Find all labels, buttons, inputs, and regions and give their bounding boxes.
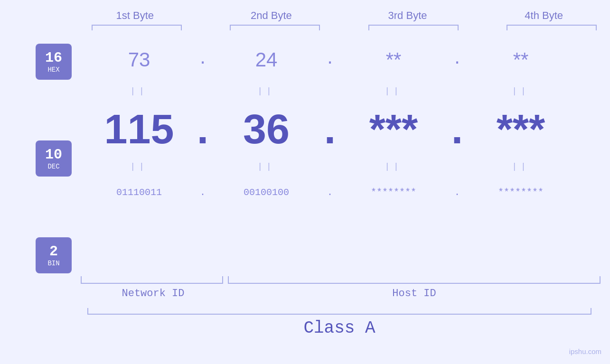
- dot-hex-3: .: [448, 46, 466, 74]
- hex-badge-num: 16: [45, 50, 62, 66]
- dec-b2: 36: [212, 108, 321, 150]
- watermark: ipshu.com: [569, 347, 601, 355]
- eq1-b3: ||: [339, 86, 448, 96]
- badges-column: 16 HEX 10 DEC 2 BIN: [23, 39, 84, 273]
- eq2-b3: ||: [339, 162, 448, 171]
- equals-row-1: || || || ||: [84, 81, 610, 102]
- dot-dec-2: .: [321, 108, 339, 150]
- bin-b1: 01110011: [84, 187, 194, 198]
- network-id-label: Network ID: [78, 288, 228, 299]
- id-labels-row: Network ID Host ID: [78, 288, 601, 299]
- hex-b1: 73: [84, 48, 194, 71]
- bin-badge-num: 2: [49, 244, 58, 260]
- eq1-b2: ||: [212, 86, 321, 96]
- dot-bin-2: .: [321, 187, 339, 198]
- hex-b4: **: [466, 48, 575, 71]
- hex-badge: 16 HEX: [36, 44, 72, 80]
- dec-b3: ***: [339, 108, 448, 150]
- dot-dec-1: .: [194, 108, 212, 150]
- byte1-header: 1st Byte: [80, 9, 189, 22]
- bin-badge-label: BIN: [47, 260, 59, 267]
- main-container: 1st Byte 2nd Byte 3rd Byte 4th Byte 16 H…: [0, 0, 610, 364]
- eq2-b2: ||: [212, 162, 321, 171]
- bin-badge: 2 BIN: [36, 237, 72, 273]
- dot-dec-3: .: [448, 108, 466, 150]
- dec-badge-num: 10: [45, 147, 62, 163]
- dot-bin-1: .: [194, 187, 212, 198]
- class-a-label: Class A: [87, 318, 591, 338]
- eq1-b4: ||: [466, 86, 575, 96]
- eq2-b1: ||: [84, 162, 194, 171]
- hex-badge-label: HEX: [47, 66, 59, 74]
- dec-b1: 115: [84, 108, 194, 150]
- dot-bin-3: .: [448, 187, 466, 198]
- dot-hex-1: .: [194, 46, 212, 74]
- bin-b2: 00100100: [212, 187, 321, 198]
- dec-b4: ***: [466, 108, 575, 150]
- byte4-bracket: [507, 25, 597, 30]
- dec-badge-label: DEC: [47, 163, 59, 170]
- dot-hex-2: .: [321, 46, 339, 74]
- host-id-label: Host ID: [228, 288, 601, 299]
- network-id-bracket: [81, 276, 223, 284]
- bin-b4: ********: [466, 187, 575, 198]
- id-brackets-row: [78, 276, 601, 284]
- byte2-header: 2nd Byte: [216, 9, 326, 22]
- byte3-header: 3rd Byte: [353, 9, 462, 22]
- bin-b3: ********: [339, 187, 448, 198]
- hex-b2: 24: [212, 48, 321, 71]
- byte3-bracket: [368, 25, 459, 30]
- dec-row: 115 . 36 . *** . ***: [84, 102, 610, 156]
- eq1-b1: ||: [84, 86, 194, 96]
- equals-row-2: || || || ||: [84, 156, 610, 177]
- main-data-section: 16 HEX 10 DEC 2 BIN 73 . 24: [0, 39, 610, 273]
- hex-row: 73 . 24 . ** . **: [84, 39, 610, 81]
- class-bracket: [87, 308, 591, 315]
- data-area: 73 . 24 . ** . ** || || || || 115: [84, 39, 610, 273]
- eq2-b4: ||: [466, 162, 575, 171]
- host-id-bracket: [228, 276, 601, 284]
- byte1-bracket: [92, 25, 182, 30]
- hex-b3: **: [339, 48, 448, 71]
- dec-badge: 10 DEC: [36, 140, 72, 177]
- byte2-bracket: [230, 25, 320, 30]
- bin-row: 01110011 . 00100100 . ******** . *******…: [84, 177, 610, 208]
- byte4-header: 4th Byte: [489, 9, 599, 22]
